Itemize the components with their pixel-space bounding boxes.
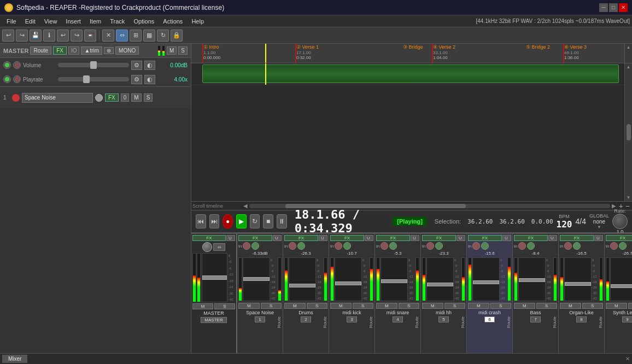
ch-m-btn-3[interactable]: M: [376, 303, 397, 309]
ch-send-knob2-2[interactable]: [343, 242, 351, 250]
ch-send-knob-0[interactable]: [243, 242, 250, 250]
ch-fader-handle-7[interactable]: [565, 282, 591, 286]
ch-send-knob-3[interactable]: [381, 242, 388, 250]
ch-fader-track-4[interactable]: [426, 257, 454, 301]
ch-send-knob2-4[interactable]: [435, 242, 443, 250]
h-scrollbar[interactable]: [249, 204, 610, 208]
ch-fader-track-2[interactable]: [335, 257, 362, 301]
ch-u-btn-3[interactable]: U: [411, 235, 419, 241]
ch-send-knob2-0[interactable]: [251, 242, 259, 250]
ch-fader-handle-8[interactable]: [611, 284, 632, 288]
ch-fader-track-0[interactable]: [243, 257, 270, 301]
track-1-m-button[interactable]: M: [131, 93, 141, 102]
ch-s-btn-5[interactable]: S: [490, 303, 512, 309]
master-volume-handle[interactable]: [90, 61, 97, 69]
ch-fader-track-3[interactable]: [381, 257, 408, 301]
toolbar-icon-loop[interactable]: ↻: [157, 30, 169, 42]
transport-pause-button[interactable]: ⏸: [277, 214, 287, 228]
ch-send-knob2-5[interactable]: [481, 242, 489, 250]
master-volume-extra[interactable]: ◐: [144, 61, 155, 70]
toolbar-icon-undo2[interactable]: ↩: [57, 30, 69, 42]
transport-play-button[interactable]: ▶: [236, 214, 247, 228]
master-pan-knob[interactable]: [202, 242, 212, 252]
track-1-s-button[interactable]: S: [144, 93, 153, 102]
master-num-btn[interactable]: MASTER: [201, 317, 226, 323]
menu-item[interactable]: Item: [85, 17, 106, 26]
ch-route-label-5[interactable]: Route: [506, 316, 511, 328]
ch-fader-track-8[interactable]: [610, 257, 632, 301]
master-volume-power[interactable]: ⏻: [13, 61, 21, 69]
ch-fader-handle-1[interactable]: [289, 284, 315, 287]
track-1-name-field[interactable]: [22, 93, 93, 103]
transport-start-button[interactable]: ⏭: [209, 214, 220, 228]
master-playrate-enable[interactable]: [3, 75, 11, 83]
menu-track[interactable]: Track: [106, 17, 129, 26]
ch-s-btn-0[interactable]: S: [261, 303, 282, 309]
master-fader-track[interactable]: [202, 253, 227, 302]
toolbar-icon-render[interactable]: 📼: [84, 30, 96, 42]
ch-u-btn-2[interactable]: U: [365, 235, 373, 241]
ch-send-knob-7[interactable]: [564, 242, 572, 250]
ch-fx-btn-6[interactable]: FX: [514, 235, 548, 241]
ch-u-btn-1[interactable]: U: [319, 235, 327, 241]
master-s-button[interactable]: S: [178, 46, 188, 55]
ch-u-btn-0[interactable]: U: [273, 235, 282, 241]
toolbar-icon-redo[interactable]: ↪: [16, 30, 28, 42]
v-scroll-thumb[interactable]: [627, 124, 631, 140]
transport-repeat-button[interactable]: ↻: [250, 214, 260, 228]
ch-route-label-3[interactable]: Route: [414, 316, 419, 328]
menu-view[interactable]: View: [40, 17, 62, 26]
master-playrate-slider[interactable]: [58, 77, 129, 81]
master-mono-button[interactable]: MONO: [115, 46, 139, 55]
ch-fx-btn-5[interactable]: FX: [468, 235, 502, 241]
ch-num-btn-2[interactable]: 3: [347, 316, 356, 322]
ch-num-btn-1[interactable]: 2: [301, 316, 311, 322]
ch-send-knob2-6[interactable]: [527, 242, 535, 250]
ch-num-btn-6[interactable]: 7: [530, 316, 540, 322]
master-phase-button[interactable]: ⊗: [104, 47, 114, 54]
ch-s-btn-2[interactable]: S: [353, 303, 374, 309]
ch-send-knob-4[interactable]: [426, 242, 434, 250]
h-scrollbar-thumb[interactable]: [285, 204, 466, 208]
ch-send-knob2-7[interactable]: [573, 242, 581, 250]
ch-num-btn-7[interactable]: 8: [576, 316, 586, 322]
master-m-btn[interactable]: M: [192, 303, 213, 309]
ch-num-btn-0[interactable]: 1: [255, 316, 265, 322]
ch-m-btn-4[interactable]: M: [422, 303, 443, 309]
ch-m-btn-8[interactable]: M: [606, 303, 627, 309]
ch-send-knob-2[interactable]: [335, 242, 342, 250]
ch-num-btn-5[interactable]: 6: [484, 316, 494, 322]
ch-send-knob-1[interactable]: [289, 242, 296, 250]
ch-fx-btn-3[interactable]: FX: [376, 235, 410, 241]
ch-send-knob2-3[interactable]: [389, 242, 397, 250]
ch-fx-btn-8[interactable]: FX: [606, 235, 632, 241]
master-volume-enable[interactable]: [3, 61, 11, 69]
tab-close[interactable]: ✕: [625, 356, 630, 362]
master-playrate-settings[interactable]: ⚙: [131, 75, 142, 84]
master-trim-button[interactable]: ▲trim: [81, 46, 102, 55]
ch-fx-btn-4[interactable]: FX: [422, 235, 456, 241]
master-playrate-extra[interactable]: ◐: [144, 75, 155, 84]
ch-fader-handle-6[interactable]: [519, 278, 545, 282]
v-scroll-up[interactable]: ▲: [627, 45, 631, 50]
track-1-io-button[interactable]: 0: [121, 93, 130, 102]
master-volume-settings[interactable]: ⚙: [131, 61, 142, 70]
master-playrate-handle[interactable]: [83, 75, 90, 83]
ch-fx-btn-1[interactable]: FX: [284, 235, 318, 241]
ch-m-btn-5[interactable]: M: [468, 303, 489, 309]
toolbar-icon-link[interactable]: ⇔: [116, 30, 128, 42]
ch-send-knob2-1[interactable]: [297, 242, 305, 250]
ch-send-knob2-8[interactable]: [619, 242, 627, 250]
ch-route-label-1[interactable]: Route: [323, 316, 327, 328]
ch-num-btn-3[interactable]: 4: [393, 316, 402, 322]
ch-route-label-0[interactable]: Route: [277, 316, 282, 328]
rate-knob[interactable]: [612, 214, 628, 229]
menu-file[interactable]: File: [2, 17, 21, 26]
track-1-fx-button[interactable]: FX: [105, 93, 119, 102]
toolbar-icon-undo[interactable]: ↩: [2, 30, 14, 42]
toolbar-icon-grid[interactable]: ⊞: [130, 30, 142, 42]
transport-stop-button[interactable]: ■: [263, 214, 273, 228]
scroll-left-button[interactable]: ◀: [242, 203, 249, 209]
toolbar-icon-lock[interactable]: 🔒: [171, 30, 183, 42]
ch-m-btn-6[interactable]: M: [514, 303, 535, 309]
